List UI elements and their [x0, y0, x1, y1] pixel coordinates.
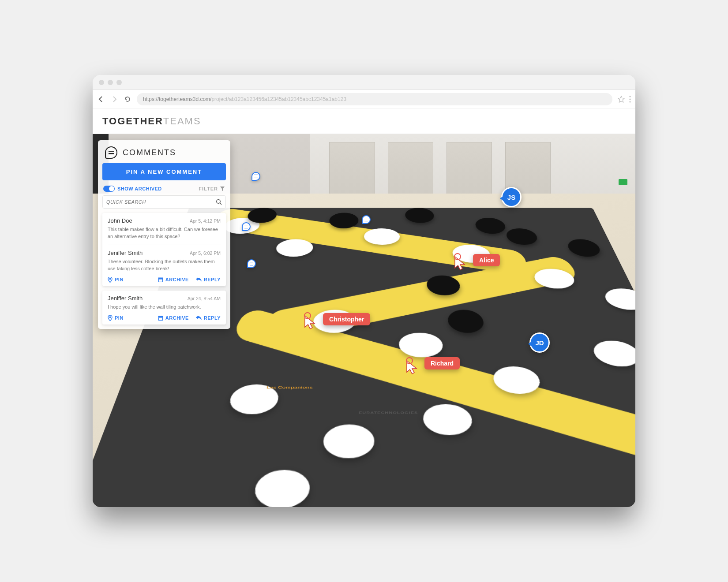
- toggle-switch-icon: [103, 186, 115, 192]
- comment-message[interactable]: Jeniffer Smith Apr 24, 8:54 AM I hope yo…: [108, 295, 221, 311]
- svg-point-0: [629, 96, 630, 97]
- svg-rect-10: [158, 317, 162, 321]
- url-host: https://togetherteams3d.com/: [143, 96, 211, 102]
- browser-window-frame: https://togetherteams3d.com/project/ab12…: [93, 75, 635, 507]
- comment-message[interactable]: John Doe Apr 5, 4:12 PM This table makes…: [108, 217, 221, 240]
- comment-author: Jeniffer Smith: [108, 250, 143, 256]
- comment-body: I hope you will like the wall tiling pat…: [108, 304, 221, 311]
- viewport-3d[interactable]: Les Companions EURATECHNOLOGIES Alice Ch…: [93, 134, 635, 507]
- comment-time: Apr 5, 6:02 PM: [190, 250, 221, 256]
- svg-point-5: [109, 278, 111, 280]
- collaborator-avatar-js[interactable]: JS: [501, 187, 522, 207]
- back-button[interactable]: [97, 95, 105, 103]
- comment-search-input[interactable]: [106, 199, 216, 205]
- window-minimize-dot[interactable]: [108, 80, 113, 85]
- pin-action[interactable]: PIN: [108, 315, 124, 321]
- svg-point-8: [109, 317, 111, 318]
- reload-button[interactable]: [124, 95, 131, 103]
- comment-pin-icon[interactable]: [251, 172, 260, 181]
- reply-action[interactable]: REPLY: [196, 277, 221, 282]
- comment-pin-icon[interactable]: [242, 222, 251, 231]
- show-archived-label: SHOW ARCHIVED: [117, 186, 162, 191]
- collaborator-avatar-jd[interactable]: JD: [529, 332, 550, 353]
- collaborator-tag-alice[interactable]: Alice: [473, 254, 500, 266]
- collaborator-tag-richard[interactable]: Richard: [424, 357, 460, 369]
- comment-author: John Doe: [108, 217, 132, 224]
- comment-thread: Jeniffer Smith Apr 24, 8:54 AM I hope yo…: [102, 291, 226, 325]
- browser-menu-icon[interactable]: [629, 96, 631, 103]
- search-icon: [216, 199, 222, 205]
- browser-toolbar: https://togetherteams3d.com/project/ab12…: [93, 90, 635, 108]
- app-header: TOGETHERTEAMS: [93, 108, 635, 134]
- collaborator-tag-christopher[interactable]: Christopher: [323, 313, 370, 325]
- comment-message[interactable]: Jeniffer Smith Apr 5, 6:02 PM These volu…: [108, 245, 221, 272]
- pin-new-comment-button[interactable]: PIN A NEW COMMENT: [102, 163, 226, 180]
- filter-button[interactable]: FILTER: [199, 186, 225, 191]
- svg-rect-6: [158, 277, 163, 279]
- svg-point-2: [629, 101, 630, 102]
- url-actions: [618, 96, 631, 103]
- reply-action[interactable]: REPLY: [196, 315, 221, 321]
- comment-time: Apr 24, 8:54 AM: [188, 296, 221, 301]
- window-maximize-dot[interactable]: [116, 80, 122, 85]
- floor-brand-euratech: EURATECHNOLOGIES: [358, 411, 418, 414]
- comment-pin-icon[interactable]: [247, 259, 256, 268]
- comment-time: Apr 5, 4:12 PM: [190, 218, 221, 224]
- address-bar[interactable]: https://togetherteams3d.com/project/ab12…: [137, 93, 612, 105]
- comment-author: Jeniffer Smith: [108, 295, 143, 302]
- comments-panel: COMMENTS PIN A NEW COMMENT SHOW ARCHIVED…: [98, 140, 230, 329]
- comment-body: This table makes flow a bit difficult. C…: [108, 226, 221, 240]
- floor-brand-les-companions: Les Companions: [266, 385, 312, 390]
- comments-panel-header: COMMENTS: [98, 140, 230, 163]
- comment-pin-icon[interactable]: [362, 215, 371, 224]
- comment-body: These volunteer. Blocking the outlets ma…: [108, 258, 221, 272]
- logo-thin: TEAMS: [163, 116, 201, 127]
- svg-line-4: [220, 203, 221, 205]
- show-archived-toggle[interactable]: SHOW ARCHIVED: [103, 186, 162, 192]
- archive-action[interactable]: ARCHIVE: [158, 277, 189, 282]
- window-titlebar: [93, 75, 635, 90]
- window-close-dot[interactable]: [99, 80, 104, 85]
- comments-icon: [105, 146, 117, 159]
- filter-funnel-icon: [220, 186, 225, 191]
- url-path: project/ab123a123456a12345ab12345abc1234…: [211, 96, 346, 102]
- svg-rect-9: [158, 316, 163, 317]
- bookmark-star-icon[interactable]: [618, 96, 625, 103]
- filter-label: FILTER: [199, 186, 218, 191]
- pin-action[interactable]: PIN: [108, 277, 124, 283]
- comment-thread: John Doe Apr 5, 4:12 PM This table makes…: [102, 213, 226, 286]
- comment-search[interactable]: [102, 195, 226, 209]
- svg-point-3: [217, 200, 220, 203]
- comments-title: COMMENTS: [123, 148, 176, 157]
- forward-button[interactable]: [110, 95, 118, 103]
- svg-rect-7: [158, 279, 162, 282]
- logo-bold: TOGETHER: [102, 116, 163, 127]
- svg-point-1: [629, 98, 630, 100]
- app-logo[interactable]: TOGETHERTEAMS: [102, 116, 201, 127]
- exit-sign-icon: [619, 179, 627, 185]
- archive-action[interactable]: ARCHIVE: [158, 315, 189, 321]
